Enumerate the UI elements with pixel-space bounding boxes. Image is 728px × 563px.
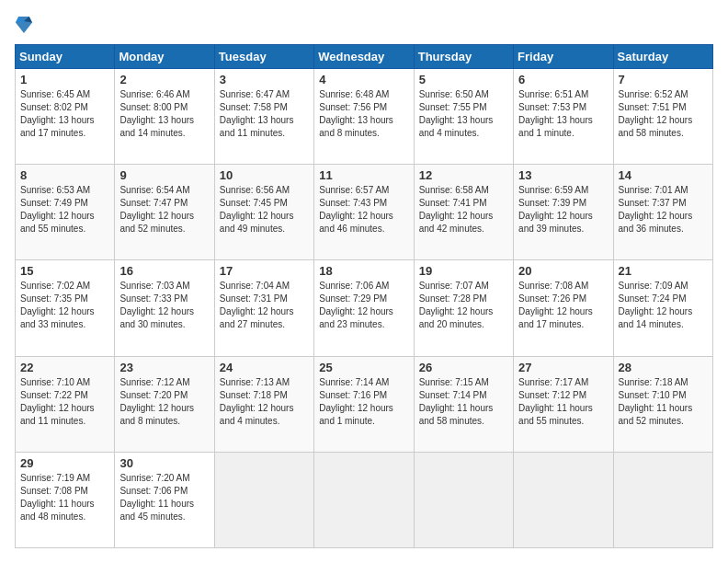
calendar-cell: 26 Sunrise: 7:15 AMSunset: 7:14 PMDaylig… <box>414 356 513 452</box>
calendar-cell: 18 Sunrise: 7:06 AMSunset: 7:29 PMDaylig… <box>314 260 414 356</box>
day-header-saturday: Saturday <box>613 45 712 69</box>
day-info: Sunrise: 6:59 AMSunset: 7:39 PMDaylight:… <box>518 184 608 236</box>
page: SundayMondayTuesdayWednesdayThursdayFrid… <box>0 0 728 563</box>
day-number: 2 <box>119 73 209 86</box>
calendar-cell: 29 Sunrise: 7:19 AMSunset: 7:08 PMDaylig… <box>16 452 115 547</box>
day-number: 13 <box>518 168 608 182</box>
day-header-monday: Monday <box>115 45 214 69</box>
day-number: 25 <box>319 361 408 374</box>
day-number: 30 <box>119 456 209 470</box>
calendar-cell: 11 Sunrise: 6:57 AMSunset: 7:43 PMDaylig… <box>314 165 414 260</box>
day-number: 22 <box>20 361 109 374</box>
calendar-week-row: 29 Sunrise: 7:19 AMSunset: 7:08 PMDaylig… <box>16 452 713 547</box>
calendar-cell: 5 Sunrise: 6:50 AMSunset: 7:55 PMDayligh… <box>414 69 513 165</box>
day-number: 21 <box>619 264 708 278</box>
calendar-cell <box>613 452 712 547</box>
day-info: Sunrise: 7:03 AMSunset: 7:33 PMDaylight:… <box>119 280 209 331</box>
calendar-cell: 12 Sunrise: 6:58 AMSunset: 7:41 PMDaylig… <box>414 165 513 260</box>
day-info: Sunrise: 7:09 AMSunset: 7:24 PMDaylight:… <box>619 280 708 331</box>
calendar-cell: 6 Sunrise: 6:51 AMSunset: 7:53 PMDayligh… <box>514 69 613 165</box>
day-info: Sunrise: 7:01 AMSunset: 7:37 PMDaylight:… <box>619 184 708 236</box>
calendar-week-row: 22 Sunrise: 7:10 AMSunset: 7:22 PMDaylig… <box>16 356 713 452</box>
day-info: Sunrise: 7:13 AMSunset: 7:18 PMDaylight:… <box>220 376 309 428</box>
calendar-cell <box>214 452 313 547</box>
calendar-cell: 10 Sunrise: 6:56 AMSunset: 7:45 PMDaylig… <box>214 165 313 260</box>
day-info: Sunrise: 6:53 AMSunset: 7:49 PMDaylight:… <box>20 184 109 236</box>
day-info: Sunrise: 6:51 AMSunset: 7:53 PMDaylight:… <box>518 88 608 140</box>
day-header-wednesday: Wednesday <box>314 45 414 69</box>
day-info: Sunrise: 6:48 AMSunset: 7:56 PMDaylight:… <box>319 88 408 140</box>
day-number: 28 <box>619 361 708 374</box>
day-info: Sunrise: 7:02 AMSunset: 7:35 PMDaylight:… <box>20 280 109 331</box>
day-number: 12 <box>419 168 508 182</box>
day-info: Sunrise: 6:46 AMSunset: 8:00 PMDaylight:… <box>119 88 209 140</box>
day-info: Sunrise: 6:50 AMSunset: 7:55 PMDaylight:… <box>419 88 508 140</box>
calendar-cell: 14 Sunrise: 7:01 AMSunset: 7:37 PMDaylig… <box>613 165 712 260</box>
day-info: Sunrise: 7:06 AMSunset: 7:29 PMDaylight:… <box>319 280 408 331</box>
day-number: 17 <box>220 264 309 278</box>
calendar-cell: 21 Sunrise: 7:09 AMSunset: 7:24 PMDaylig… <box>613 260 712 356</box>
calendar-cell: 4 Sunrise: 6:48 AMSunset: 7:56 PMDayligh… <box>314 69 414 165</box>
day-info: Sunrise: 7:04 AMSunset: 7:31 PMDaylight:… <box>220 280 309 331</box>
day-number: 9 <box>119 168 209 182</box>
calendar-cell: 17 Sunrise: 7:04 AMSunset: 7:31 PMDaylig… <box>214 260 313 356</box>
day-info: Sunrise: 7:10 AMSunset: 7:22 PMDaylight:… <box>20 376 109 428</box>
calendar-cell: 16 Sunrise: 7:03 AMSunset: 7:33 PMDaylig… <box>115 260 214 356</box>
day-number: 1 <box>20 73 109 86</box>
day-info: Sunrise: 6:58 AMSunset: 7:41 PMDaylight:… <box>419 184 508 236</box>
day-info: Sunrise: 7:20 AMSunset: 7:06 PMDaylight:… <box>119 472 209 523</box>
day-number: 5 <box>419 73 508 86</box>
day-number: 11 <box>319 168 408 182</box>
calendar-cell: 24 Sunrise: 7:13 AMSunset: 7:18 PMDaylig… <box>214 356 313 452</box>
calendar-cell: 9 Sunrise: 6:54 AMSunset: 7:47 PMDayligh… <box>115 165 214 260</box>
day-number: 6 <box>518 73 608 86</box>
calendar-cell: 22 Sunrise: 7:10 AMSunset: 7:22 PMDaylig… <box>16 356 115 452</box>
calendar-week-row: 15 Sunrise: 7:02 AMSunset: 7:35 PMDaylig… <box>16 260 713 356</box>
calendar-cell <box>514 452 613 547</box>
calendar-cell: 23 Sunrise: 7:12 AMSunset: 7:20 PMDaylig… <box>115 356 214 452</box>
calendar-cell <box>314 452 414 547</box>
general-blue-icon <box>16 15 32 35</box>
calendar-cell: 8 Sunrise: 6:53 AMSunset: 7:49 PMDayligh… <box>16 165 115 260</box>
day-header-sunday: Sunday <box>16 45 115 69</box>
day-info: Sunrise: 7:18 AMSunset: 7:10 PMDaylight:… <box>619 376 708 428</box>
calendar-cell: 3 Sunrise: 6:47 AMSunset: 7:58 PMDayligh… <box>214 69 313 165</box>
day-info: Sunrise: 6:47 AMSunset: 7:58 PMDaylight:… <box>220 88 309 140</box>
calendar-table: SundayMondayTuesdayWednesdayThursdayFrid… <box>15 44 713 548</box>
day-header-tuesday: Tuesday <box>214 45 313 69</box>
day-number: 3 <box>220 73 309 86</box>
calendar-cell: 28 Sunrise: 7:18 AMSunset: 7:10 PMDaylig… <box>613 356 712 452</box>
day-info: Sunrise: 6:54 AMSunset: 7:47 PMDaylight:… <box>119 184 209 236</box>
calendar-cell: 15 Sunrise: 7:02 AMSunset: 7:35 PMDaylig… <box>16 260 115 356</box>
day-number: 19 <box>419 264 508 278</box>
calendar-cell: 19 Sunrise: 7:07 AMSunset: 7:28 PMDaylig… <box>414 260 513 356</box>
day-number: 26 <box>419 361 508 374</box>
logo <box>15 15 36 35</box>
day-info: Sunrise: 7:12 AMSunset: 7:20 PMDaylight:… <box>119 376 209 428</box>
header <box>15 15 713 35</box>
calendar-cell: 1 Sunrise: 6:45 AMSunset: 8:02 PMDayligh… <box>16 69 115 165</box>
day-header-friday: Friday <box>514 45 613 69</box>
day-info: Sunrise: 7:19 AMSunset: 7:08 PMDaylight:… <box>20 472 109 523</box>
day-info: Sunrise: 6:56 AMSunset: 7:45 PMDaylight:… <box>220 184 309 236</box>
day-info: Sunrise: 7:15 AMSunset: 7:14 PMDaylight:… <box>419 376 508 428</box>
day-number: 27 <box>518 361 608 374</box>
day-number: 29 <box>20 456 109 470</box>
day-number: 16 <box>119 264 209 278</box>
day-info: Sunrise: 6:57 AMSunset: 7:43 PMDaylight:… <box>319 184 408 236</box>
day-info: Sunrise: 7:08 AMSunset: 7:26 PMDaylight:… <box>518 280 608 331</box>
calendar-cell: 2 Sunrise: 6:46 AMSunset: 8:00 PMDayligh… <box>115 69 214 165</box>
day-info: Sunrise: 6:52 AMSunset: 7:51 PMDaylight:… <box>619 88 708 140</box>
day-number: 14 <box>619 168 708 182</box>
calendar-cell <box>414 452 513 547</box>
day-number: 10 <box>220 168 309 182</box>
day-info: Sunrise: 7:07 AMSunset: 7:28 PMDaylight:… <box>419 280 508 331</box>
day-number: 7 <box>619 73 708 86</box>
day-number: 15 <box>20 264 109 278</box>
calendar-cell: 25 Sunrise: 7:14 AMSunset: 7:16 PMDaylig… <box>314 356 414 452</box>
day-info: Sunrise: 7:17 AMSunset: 7:12 PMDaylight:… <box>518 376 608 428</box>
day-info: Sunrise: 7:14 AMSunset: 7:16 PMDaylight:… <box>319 376 408 428</box>
day-number: 23 <box>119 361 209 374</box>
calendar-week-row: 8 Sunrise: 6:53 AMSunset: 7:49 PMDayligh… <box>16 165 713 260</box>
day-info: Sunrise: 6:45 AMSunset: 8:02 PMDaylight:… <box>20 88 109 140</box>
